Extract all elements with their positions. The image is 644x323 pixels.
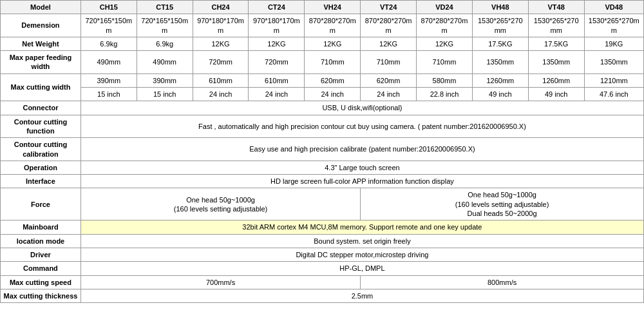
row-cell: 22.8 inch	[417, 88, 473, 101]
row-cell: 6.9kg	[137, 37, 193, 50]
table-row: Demension720*165*150mm720*165*150mm970*1…	[1, 14, 644, 37]
row-cell: 15 inch	[137, 88, 193, 101]
row-label: Max cutting speed	[1, 275, 81, 289]
row-cell: 1350mm	[528, 51, 584, 74]
row-label: Driver	[1, 248, 81, 261]
row-cell: 12KG	[305, 37, 361, 50]
row-cell: 12KG	[361, 37, 417, 50]
row-value-left: One head 50g~1000g (160 levels setting a…	[80, 188, 360, 220]
row-cell: 17.5KG	[472, 37, 528, 50]
row-value: Digital DC stepper motor,microstep drivi…	[80, 248, 643, 261]
row-cell: 1210mm	[584, 73, 643, 87]
table-wrapper: ModelCH15CT15CH24CT24VH24VT24VD24VH48VT4…	[0, 0, 644, 303]
row-cell: 12KG	[417, 37, 473, 50]
row-value-right: One head 50g~1000g (160 levels setting a…	[361, 188, 644, 220]
row-cell: 870*280*270mm	[417, 14, 473, 37]
column-vh24-header: VH24	[305, 1, 361, 14]
table-row: ConnectorUSB, U disk,wifi(optional)	[1, 101, 644, 115]
row-label: Connector	[1, 101, 81, 115]
table-row: location modeBound system. set origin fr…	[1, 234, 644, 248]
row-cell: 49 inch	[472, 88, 528, 101]
row-cell: 720mm	[193, 51, 249, 74]
column-ct15-header: CT15	[137, 1, 193, 14]
row-value: Bound system. set origin freely	[80, 234, 643, 248]
header-row: ModelCH15CT15CH24CT24VH24VT24VD24VH48VT4…	[1, 1, 644, 14]
row-label: Interface	[1, 175, 81, 188]
row-cell: 17.5KG	[528, 37, 584, 50]
row-cell: 1350mm	[584, 51, 643, 74]
table-row: Mainboard32bit ARM cortex M4 MCU,8M memo…	[1, 220, 644, 234]
row-value: 2.5mm	[80, 289, 643, 302]
column-model-header: Model	[1, 1, 81, 14]
row-label: Max cutting width	[1, 73, 81, 101]
column-vd48-header: VD48	[584, 1, 643, 14]
row-value: HP-GL, DMPL	[80, 262, 643, 275]
column-vh48-header: VH48	[472, 1, 528, 14]
table-row: Max cutting thickness2.5mm	[1, 289, 644, 302]
table-row: Operation4.3" Large touch screen	[1, 161, 644, 174]
row-label: Contour cutting function	[1, 115, 81, 138]
row-cell: 24 inch	[193, 88, 249, 101]
row-cell: 720*165*150mm	[137, 14, 193, 37]
table-row: Max cutting speed700mm/s800mm/s	[1, 275, 644, 289]
column-vt48-header: VT48	[528, 1, 584, 14]
row-cell: 720*165*150mm	[80, 14, 137, 37]
row-cell: 710mm	[305, 51, 361, 74]
table-row: 15 inch15 inch24 inch24 inch24 inch24 in…	[1, 88, 644, 101]
row-cell: 24 inch	[305, 88, 361, 101]
row-cell: 47.6 inch	[584, 88, 643, 101]
row-cell: 610mm	[193, 73, 249, 87]
row-label: Contour cutting calibration	[1, 138, 81, 161]
row-cell: 1260mm	[472, 73, 528, 87]
row-cell: 710mm	[417, 51, 473, 74]
row-label: Net Weight	[1, 37, 81, 50]
row-cell: 15 inch	[80, 88, 137, 101]
row-value: USB, U disk,wifi(optional)	[80, 101, 643, 115]
row-cell: 24 inch	[249, 88, 305, 101]
row-value: Easy use and high precision calibrate (p…	[80, 138, 643, 161]
table-row: CommandHP-GL, DMPL	[1, 262, 644, 275]
row-label: Command	[1, 262, 81, 275]
row-cell: 490mm	[137, 51, 193, 74]
row-cell: 1530*265*270mm	[528, 14, 584, 37]
table-row: Contour cutting functionFast , automatic…	[1, 115, 644, 138]
row-cell: 870*280*270mm	[361, 14, 417, 37]
column-vt24-header: VT24	[361, 1, 417, 14]
table-row: ForceOne head 50g~1000g (160 levels sett…	[1, 188, 644, 220]
table-row: Max paper feeding width490mm490mm720mm72…	[1, 51, 644, 74]
column-ch24-header: CH24	[193, 1, 249, 14]
row-cell: 970*180*170mm	[193, 14, 249, 37]
row-cell: 1530*265*270mm	[472, 14, 528, 37]
row-cell: 610mm	[249, 73, 305, 87]
row-cell: 12KG	[249, 37, 305, 50]
row-label: Operation	[1, 161, 81, 174]
column-vd24-header: VD24	[417, 1, 473, 14]
row-value: 32bit ARM cortex M4 MCU,8M memory. Suppo…	[80, 220, 643, 234]
row-label: Force	[1, 188, 81, 220]
row-cell: 870*280*270mm	[305, 14, 361, 37]
row-cell: 1260mm	[528, 73, 584, 87]
row-cell: 1350mm	[472, 51, 528, 74]
row-cell: 12KG	[193, 37, 249, 50]
table-row: DriverDigital DC stepper motor,microstep…	[1, 248, 644, 261]
specs-table: ModelCH15CT15CH24CT24VH24VT24VD24VH48VT4…	[0, 0, 644, 303]
column-ct24-header: CT24	[249, 1, 305, 14]
table-row: Max cutting width390mm390mm610mm610mm620…	[1, 73, 644, 87]
row-label: Mainboard	[1, 220, 81, 234]
row-value: 4.3" Large touch screen	[80, 161, 643, 174]
row-cell: 720mm	[249, 51, 305, 74]
table-row: Contour cutting calibrationEasy use and …	[1, 138, 644, 161]
row-cell: 390mm	[80, 73, 137, 87]
row-cell: 24 inch	[361, 88, 417, 101]
row-cell: 19KG	[584, 37, 643, 50]
row-value-right: 800mm/s	[361, 275, 644, 289]
row-cell: 1530*265*270mm	[584, 14, 643, 37]
table-row: InterfaceHD large screen full-color APP …	[1, 175, 644, 188]
row-cell: 620mm	[305, 73, 361, 87]
row-value: Fast , automatically and high precision …	[80, 115, 643, 138]
row-label: location mode	[1, 234, 81, 248]
table-row: Net Weight6.9kg6.9kg12KG12KG12KG12KG12KG…	[1, 37, 644, 50]
row-label: Max paper feeding width	[1, 51, 81, 74]
row-cell: 6.9kg	[80, 37, 137, 50]
column-ch15-header: CH15	[80, 1, 137, 14]
